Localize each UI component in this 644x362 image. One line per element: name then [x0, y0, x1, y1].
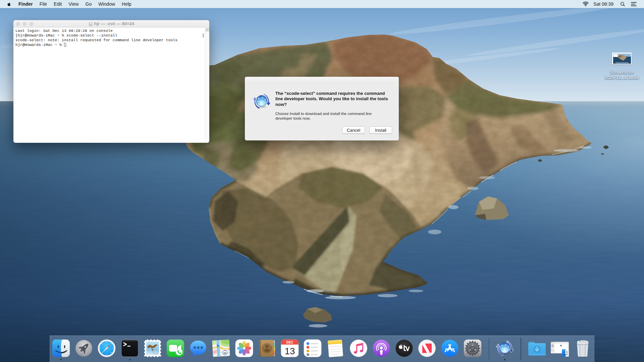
- svg-text:3D: 3D: [224, 352, 227, 355]
- svg-text:DEC: DEC: [286, 341, 293, 344]
- svg-text:13: 13: [284, 346, 295, 356]
